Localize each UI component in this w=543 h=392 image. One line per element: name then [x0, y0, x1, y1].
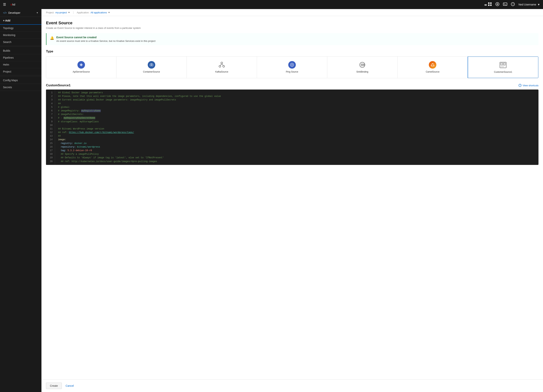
svg-point-27: [434, 65, 434, 66]
svg-rect-7: [503, 3, 507, 6]
type-cards-container: ApiServerSource ContainerSource: [46, 56, 538, 78]
svg-point-14: [221, 62, 223, 64]
type-section-title: Type: [46, 50, 538, 53]
project-label: Project:: [46, 11, 54, 14]
plus-icon[interactable]: [496, 2, 499, 7]
user-menu[interactable]: Ned Username ▼: [519, 3, 540, 6]
content-area: Project: my-project ▼ | Application: All…: [41, 9, 543, 392]
api-source-label: ApiServerSource: [73, 70, 90, 73]
ping-source-label: Ping Source: [286, 70, 298, 73]
alert-text: An event source must sink to a Knative S…: [56, 40, 155, 42]
application-value: All applications: [91, 11, 107, 14]
svg-rect-30: [503, 63, 505, 65]
api-source-icon: [77, 61, 85, 68]
type-card-container[interactable]: ContainerSource: [116, 57, 187, 78]
perspective-arrow-icon: ▼: [36, 11, 39, 14]
sidebar-item-helm[interactable]: Helm: [0, 61, 41, 68]
sidebar: </> Developer ▼ + Add Topology Monitorin…: [0, 9, 41, 392]
type-card-api[interactable]: ApiServerSource: [46, 57, 116, 78]
project-value: my-project: [55, 11, 67, 14]
sidebar-item-secrets[interactable]: Secrets: [0, 84, 41, 91]
custom-source-header: CustomSource1 ? View shortcuts: [46, 84, 538, 87]
top-nav-icons: ⇼ ? Ned Username ▼: [484, 2, 540, 7]
page-content: Event Source Create an Event Source to r…: [41, 16, 543, 379]
sidebar-item-builds[interactable]: Builds: [0, 47, 41, 54]
camel-source-icon: [429, 61, 436, 68]
camel-source-label: CamelSource: [426, 70, 440, 73]
svg-line-18: [222, 64, 223, 65]
svg-rect-29: [501, 63, 503, 65]
view-shortcuts-link[interactable]: ? View shortcuts: [519, 84, 538, 87]
kafka-source-label: KafkaSource: [215, 70, 228, 73]
sidebar-item-add[interactable]: + Add: [0, 17, 41, 25]
sidebar-item-configmaps[interactable]: Config Maps: [0, 77, 41, 84]
perspective-switcher[interactable]: </> Developer ▼: [0, 9, 41, 17]
svg-line-17: [220, 64, 222, 65]
code-editor[interactable]: 12345 678910 1112131415 1617181920 ## Gl…: [46, 90, 538, 165]
ping-source-icon: [288, 61, 296, 68]
svg-text:?: ?: [512, 3, 514, 6]
grid-icon[interactable]: ⇼: [484, 2, 492, 7]
sink-binding-label: SinkBinding: [356, 70, 368, 73]
code-icon: </>: [3, 11, 7, 14]
main-layout: </> Developer ▼ + Add Topology Monitorin…: [0, 9, 543, 392]
project-arrow-icon: ▼: [68, 11, 70, 14]
top-navigation: ☰ okd ⇼ ? Ned Username ▼: [0, 0, 543, 9]
alert-title: Event Source cannot be created: [56, 36, 155, 39]
svg-point-13: [151, 65, 152, 66]
user-dropdown-arrow: ▼: [537, 3, 540, 6]
svg-point-26: [431, 65, 432, 66]
hamburger-icon[interactable]: ☰: [3, 2, 6, 7]
type-card-custom[interactable]: CustomerSource1: [468, 56, 538, 78]
sidebar-item-monitoring[interactable]: Monitoring: [0, 32, 41, 39]
create-button[interactable]: Create: [46, 383, 62, 389]
alert-content: Event Source cannot be created An event …: [56, 36, 155, 42]
svg-text:⦿: ⦿: [361, 63, 363, 66]
application-label: Application:: [77, 11, 89, 14]
svg-point-21: [292, 64, 292, 65]
custom-source-label: CustomerSource1: [494, 71, 512, 73]
application-selector[interactable]: Application: All applications ▼: [77, 11, 110, 14]
sidebar-item-topology[interactable]: Topology: [0, 25, 41, 32]
sidebar-item-pipelines[interactable]: Pipelines: [0, 54, 41, 61]
sidebar-divider-2: [0, 76, 41, 76]
top-bar: Project: my-project ▼ | Application: All…: [41, 9, 543, 16]
sidebar-item-search[interactable]: Search: [0, 39, 41, 45]
code-lines: 12345 678910 1112131415 1617181920 ## Gl…: [46, 90, 538, 165]
svg-rect-3: [490, 5, 492, 6]
container-source-label: ContainerSource: [143, 70, 160, 73]
code-editor-wrapper: 12345 678910 1112131415 1617181920 ## Gl…: [46, 90, 538, 165]
type-card-kafka[interactable]: KafkaSource: [187, 57, 257, 78]
page-subtitle: Create an Event Source to register inter…: [46, 27, 538, 29]
perspective-label: Developer: [8, 11, 20, 14]
page-title: Event Source: [46, 21, 538, 25]
svg-rect-32: [501, 67, 504, 67]
type-card-sink[interactable]: ⦿ SinkBinding: [327, 57, 397, 78]
line-numbers: 12345 678910 1112131415 1617181920: [46, 90, 55, 165]
svg-rect-0: [488, 2, 490, 4]
help-icon[interactable]: ?: [511, 2, 515, 7]
cancel-button[interactable]: Cancel: [65, 383, 75, 389]
custom-source-icon: [499, 61, 507, 69]
container-source-icon: [148, 61, 155, 68]
view-shortcuts-label: View shortcuts: [523, 84, 538, 87]
bottom-actions: Create Cancel: [41, 379, 543, 392]
custom-source-title: CustomSource1: [46, 84, 70, 87]
type-card-camel[interactable]: CamelSource: [397, 57, 468, 78]
sink-binding-icon: ⦿: [359, 61, 366, 68]
project-selector[interactable]: Project: my-project ▼: [46, 11, 70, 14]
svg-point-15: [219, 65, 221, 67]
logo-kd: kd: [12, 3, 15, 6]
alert-bell-icon: 🔔: [50, 36, 54, 40]
sidebar-item-project[interactable]: Project: [0, 68, 41, 75]
code-content: ## Global Docker image parameters ## Ple…: [55, 90, 538, 165]
svg-point-25: [432, 63, 433, 64]
username-label: Ned Username: [519, 3, 536, 6]
type-card-ping[interactable]: Ping Source: [257, 57, 327, 78]
svg-rect-1: [490, 2, 492, 4]
svg-point-16: [223, 65, 225, 67]
application-arrow-icon: ▼: [108, 11, 110, 14]
alert-box: 🔔 Event Source cannot be created An even…: [46, 33, 538, 45]
terminal-icon[interactable]: [503, 3, 507, 7]
logo: okd: [11, 3, 15, 6]
